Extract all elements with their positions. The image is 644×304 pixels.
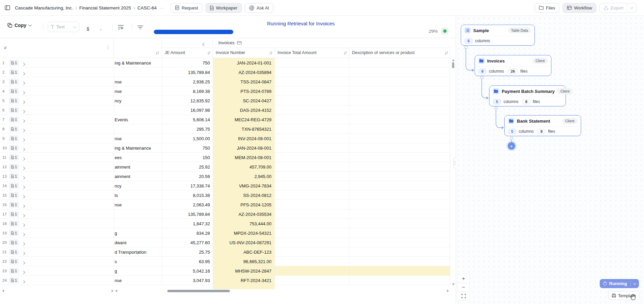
- row-expand-icon[interactable]: [22, 147, 25, 152]
- cell-invoice-total[interactable]: [275, 172, 349, 181]
- cell-invoice-number[interactable]: JAN-2024-08-001: [213, 143, 275, 153]
- row-expand-icon[interactable]: [22, 203, 25, 208]
- row-expand-icon[interactable]: [22, 222, 25, 227]
- cell-invoice-number[interactable]: MPDX-2024-54321: [213, 228, 275, 238]
- scroll-pane-right-icon[interactable]: [112, 289, 114, 292]
- row-expand-icon[interactable]: [22, 194, 25, 199]
- cell-je-amount[interactable]: 8,169.38: [162, 86, 213, 96]
- cell-description[interactable]: [349, 191, 450, 200]
- cell-description-partial[interactable]: nse: [114, 276, 162, 285]
- row-doc-badge[interactable]: 1: [9, 88, 19, 94]
- row-doc-badge[interactable]: 1: [9, 277, 19, 283]
- cell-invoice-total[interactable]: [275, 143, 349, 153]
- flow-node-payment-batch-summary[interactable]: Payment Batch Summary Client 5 columns 8…: [489, 85, 566, 106]
- table-row[interactable]: 6116,097.98DAS-2024-4152: [0, 105, 450, 115]
- cell-description[interactable]: [349, 172, 450, 181]
- row-expand-icon[interactable]: [22, 213, 25, 218]
- node-port[interactable]: [480, 76, 483, 79]
- column-header-je-amount[interactable]: JE Amount: [162, 48, 213, 58]
- table-row[interactable]: 51ncy12,835.92SC-2024-0427: [0, 96, 450, 105]
- column-header-invoice-total[interactable]: Invoice Total Amount: [275, 48, 349, 58]
- cell-description-partial[interactable]: ees: [114, 153, 162, 162]
- cell-description[interactable]: [349, 228, 450, 238]
- cell-invoice-total[interactable]: [275, 200, 349, 209]
- cell-je-amount[interactable]: 8,015.38: [162, 191, 213, 200]
- cell-je-amount[interactable]: 12,835.92: [162, 96, 213, 105]
- scroll-down-icon[interactable]: [452, 283, 455, 285]
- cell-description-partial[interactable]: ncy: [114, 181, 162, 191]
- cell-je-amount[interactable]: 135,789.84: [162, 68, 213, 77]
- column-header-invoice-number[interactable]: Invoice Number: [213, 48, 275, 58]
- row-doc-badge[interactable]: 1: [9, 126, 19, 132]
- cell-je-amount[interactable]: 750: [162, 143, 213, 153]
- scroll-right-icon[interactable]: [447, 289, 449, 292]
- table-row[interactable]: 111ees150MEM-2024-08-001: [0, 153, 450, 162]
- cell-je-amount[interactable]: 25.92: [162, 162, 213, 172]
- cell-invoice-number[interactable]: SS-2024-0812: [213, 191, 275, 200]
- cell-je-amount[interactable]: 5,606.14: [162, 115, 213, 124]
- cell-description[interactable]: [349, 58, 450, 68]
- cell-invoice-number[interactable]: 96,665,321.00: [213, 257, 275, 266]
- row-doc-badge[interactable]: 1: [9, 192, 19, 198]
- row-expand-icon[interactable]: [22, 118, 25, 123]
- breadcrumb-project[interactable]: Financial Statement 2025: [79, 5, 131, 10]
- row-doc-badge[interactable]: 1: [9, 164, 19, 170]
- cell-description[interactable]: [349, 181, 450, 191]
- text-format-dropdown[interactable]: T Text: [48, 22, 79, 32]
- cell-je-amount[interactable]: 2,936.25: [162, 77, 213, 86]
- cell-je-amount[interactable]: 750: [162, 58, 213, 68]
- cell-description[interactable]: [349, 247, 450, 257]
- row-doc-badge[interactable]: 1: [9, 239, 19, 246]
- cell-description-partial[interactable]: Events: [114, 115, 162, 124]
- cell-invoice-number[interactable]: INV-2024-08-001: [213, 134, 275, 143]
- cell-invoice-number[interactable]: 457,709.00: [213, 162, 275, 172]
- breadcrumb-document[interactable]: CASC-64: [137, 5, 157, 10]
- table-row[interactable]: 81295.75TXN-87654321: [0, 124, 450, 134]
- cell-invoice-number[interactable]: VMG-2024-7834: [213, 181, 275, 191]
- row-doc-badge[interactable]: 1: [9, 268, 19, 274]
- cell-invoice-total[interactable]: [275, 238, 349, 247]
- cell-description[interactable]: [349, 219, 450, 228]
- flow-node-bank-statement[interactable]: Bank Statement Client 5 columns 8 files: [504, 115, 581, 136]
- row-expand-icon[interactable]: [22, 80, 25, 85]
- zoom-out-button[interactable]: −: [457, 283, 470, 292]
- cell-description[interactable]: [349, 134, 450, 143]
- cell-je-amount[interactable]: 1,847.32: [162, 219, 213, 228]
- request-button[interactable]: Request: [171, 3, 202, 13]
- cell-invoice-number[interactable]: MEC24-REG-4729: [213, 115, 275, 124]
- cell-je-amount[interactable]: 2,063.49: [162, 200, 213, 209]
- cell-description-partial[interactable]: ing & Maintenance: [114, 58, 162, 68]
- back-chevron-button[interactable]: [203, 41, 205, 47]
- cell-je-amount[interactable]: 150: [162, 153, 213, 162]
- table-row[interactable]: 71Events5,606.14MEC24-REG-4729: [0, 115, 450, 124]
- cell-description-partial[interactable]: nse: [114, 200, 162, 209]
- cell-invoice-number[interactable]: SC-2024-0427: [213, 96, 275, 105]
- row-doc-badge[interactable]: 1: [9, 258, 19, 264]
- cell-description-partial[interactable]: ainment: [114, 172, 162, 181]
- row-doc-badge[interactable]: 1: [9, 107, 19, 113]
- cell-description[interactable]: [349, 105, 450, 115]
- cell-invoice-total[interactable]: [275, 77, 349, 86]
- table-row[interactable]: 101ing & Maintenance750JAN-2024-08-001: [0, 143, 450, 153]
- table-row[interactable]: 211d Transportation25.75ABC-DEF-123: [0, 247, 450, 257]
- breadcrumb-more-icon[interactable]: ···: [159, 5, 165, 10]
- cell-description-partial[interactable]: nse: [114, 77, 162, 86]
- cell-description[interactable]: [349, 143, 450, 153]
- row-expand-icon[interactable]: [22, 137, 25, 142]
- cell-invoice-number[interactable]: MHSW-2024-2847: [213, 266, 275, 276]
- cell-description[interactable]: [349, 86, 450, 96]
- files-button[interactable]: Files: [534, 3, 559, 13]
- cell-invoice-number[interactable]: PTS-2024-0789: [213, 86, 275, 96]
- cell-je-amount[interactable]: 17,338.74: [162, 181, 213, 191]
- cell-description-partial[interactable]: dware: [114, 238, 162, 247]
- cell-invoice-total[interactable]: [275, 257, 349, 266]
- row-expand-icon[interactable]: [22, 99, 25, 104]
- cell-invoice-number[interactable]: JAN-2024-01-001: [213, 58, 275, 68]
- cell-description[interactable]: [349, 77, 450, 86]
- cell-invoice-total[interactable]: [275, 115, 349, 124]
- table-row[interactable]: 41nse8,169.38PTS-2024-0789: [0, 86, 450, 96]
- export-caret-button[interactable]: [627, 3, 636, 12]
- cell-invoice-number[interactable]: 753,444.00: [213, 219, 275, 228]
- cell-invoice-total[interactable]: [275, 266, 349, 276]
- row-expand-icon[interactable]: [22, 156, 25, 161]
